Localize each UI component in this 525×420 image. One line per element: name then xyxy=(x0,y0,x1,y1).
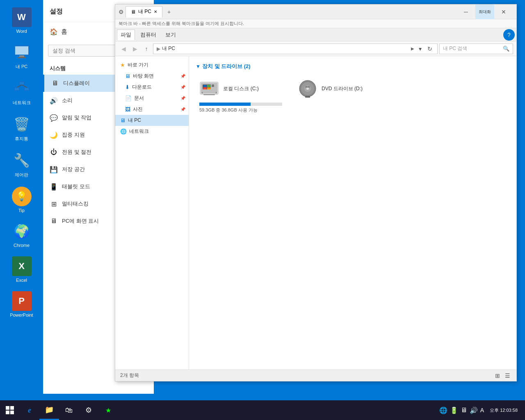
edge-icon: e xyxy=(28,406,31,415)
home-icon: 🏠 xyxy=(50,28,58,36)
forward-btn[interactable]: ▶ xyxy=(130,44,140,54)
taskbar-settings[interactable]: ⚙ xyxy=(79,400,98,420)
language-indicator[interactable]: A xyxy=(480,407,484,413)
tip-icon: 💡 xyxy=(12,187,32,206)
sidebar-item-photos[interactable]: 🖼 사진 📌 xyxy=(115,104,189,115)
notifications-icon: 💬 xyxy=(50,114,58,122)
list-view-btn[interactable]: ⊞ xyxy=(493,371,502,381)
drive-d-name: DVD 드라이브 (D:) xyxy=(322,85,363,92)
refresh-btn[interactable]: ↻ xyxy=(426,44,434,54)
menu-computer[interactable]: 컴퓨터 xyxy=(137,30,160,40)
storage-icon: 💾 xyxy=(50,165,58,173)
drive-c-bar-bg xyxy=(199,103,282,106)
svg-rect-14 xyxy=(202,92,203,94)
drive-c-name: 로컬 디스크 (C:) xyxy=(223,85,259,92)
sidebar-item-downloads[interactable]: ⬇ 다운로드 📌 xyxy=(115,82,189,93)
taskbar-explorer[interactable]: 📁 xyxy=(39,400,59,420)
desktop-icon-word[interactable]: W Word xyxy=(5,7,38,34)
explorer-statusbar: 2개 항목 ⊞ ☰ xyxy=(115,370,516,381)
network-sidebar-icon: 🌐 xyxy=(120,128,127,135)
svg-line-7 xyxy=(17,85,22,87)
desktop-icon-mypc[interactable]: 내 PC xyxy=(5,42,38,70)
minimize-btn[interactable]: ─ xyxy=(457,5,475,19)
up-btn[interactable]: ↑ xyxy=(142,44,151,54)
maximize-btn[interactable]: 최대화 xyxy=(475,5,494,19)
new-tab-btn[interactable]: + xyxy=(164,7,174,17)
desktop-icon-ppt[interactable]: P PowerPoint xyxy=(5,291,38,317)
svg-rect-6 xyxy=(24,87,29,91)
start-btn[interactable] xyxy=(0,400,20,420)
settings-taskbar-icon: ⚙ xyxy=(85,406,92,415)
explorer-body: ★ 바로 가기 🖥 바탕 화면 📌 ⬇ 다운로드 📌 📄 문서 📌 🖼 사진 xyxy=(115,56,516,370)
downloads-icon: ⬇ xyxy=(125,84,130,90)
help-btn[interactable]: ? xyxy=(503,29,515,41)
volume-icon[interactable]: 🔊 xyxy=(470,406,478,414)
explorer-icon: 📁 xyxy=(45,405,54,414)
network-icon xyxy=(12,78,32,98)
drives-section-header: ▼ 장치 및 드라이브 (2) xyxy=(196,63,510,70)
tab-close-btn[interactable]: ✕ xyxy=(154,9,157,14)
multitasking-icon: ⊞ xyxy=(50,200,58,208)
taskbar: e 📁 🛍 ⚙ ★ 🌐 🔋 🖥 🔊 A 오후 12:03:58 xyxy=(0,400,525,420)
sidebar-item-documents[interactable]: 📄 문서 📌 xyxy=(115,93,189,104)
power-icon: ⏻ xyxy=(50,148,58,156)
drive-c[interactable]: 로컬 디스크 (C:) 59.3GB 중 36.8GB 사용 가능 xyxy=(196,75,286,117)
taskbar-icons: e 📁 🛍 ⚙ ★ xyxy=(20,400,118,420)
back-btn[interactable]: ◀ xyxy=(119,44,128,54)
taskbar-network[interactable]: ★ xyxy=(98,400,118,420)
search-text: 내 PC 검색 xyxy=(443,45,501,52)
drive-d-icon: DVD xyxy=(298,79,317,98)
tablet-icon: 📱 xyxy=(50,183,58,191)
svg-text:DVD: DVD xyxy=(306,86,310,88)
explorer-main-content: ▼ 장치 및 드라이브 (2) xyxy=(189,56,516,370)
display-connect-icon[interactable]: 🖥 xyxy=(461,406,467,414)
desktop-icon-network[interactable]: 네트워크 xyxy=(5,78,38,106)
address-bar[interactable]: ▶ 내 PC ▶ ▾ ↻ xyxy=(153,43,438,54)
network-status-icon[interactable]: 🌐 xyxy=(439,406,447,414)
explorer-titlebar: ⚙ 🖥 내 PC ✕ + ─ 최대화 ✕ xyxy=(115,5,516,19)
chrome-icon: 🌍 xyxy=(12,221,32,241)
desktop-folder-icon: 🖥 xyxy=(125,73,130,79)
drive-c-space: 59.3GB 중 36.8GB 사용 가능 xyxy=(199,107,282,113)
mypc-icon xyxy=(12,42,32,62)
drive-c-info: 로컬 디스크 (C:) xyxy=(223,85,259,92)
explorer-tab[interactable]: 🖥 내 PC ✕ xyxy=(126,6,162,18)
desktop-icon-excel[interactable]: X Excel xyxy=(5,256,38,283)
svg-rect-5 xyxy=(14,87,19,91)
excel-icon: X xyxy=(12,256,32,276)
svg-rect-18 xyxy=(203,87,207,89)
drive-d[interactable]: DVD DVD 드라이브 (D:) xyxy=(294,75,384,117)
svg-rect-3 xyxy=(18,57,26,58)
controlpanel-icon: 🔧 xyxy=(12,151,32,170)
explorer-sidebar: ★ 바로 가기 🖥 바탕 화면 📌 ⬇ 다운로드 📌 📄 문서 📌 🖼 사진 xyxy=(115,56,189,370)
photos-icon: 🖼 xyxy=(125,106,130,112)
menu-file[interactable]: 파일 xyxy=(117,30,135,40)
taskbar-right: 🌐 🔋 🖥 🔊 A 오후 12:03:58 xyxy=(439,406,525,414)
svg-rect-2 xyxy=(19,55,24,57)
detail-view-btn[interactable]: ☰ xyxy=(503,371,511,381)
desktop-icon-chrome[interactable]: 🌍 Chrome xyxy=(5,221,38,248)
address-chevron: ▶ xyxy=(411,46,414,51)
taskbar-edge[interactable]: e xyxy=(20,400,39,420)
sidebar-item-network[interactable]: 🌐 네트워크 xyxy=(115,126,189,137)
desktop-icon-controlpanel[interactable]: 🔧 제어판 xyxy=(5,151,38,178)
battery-icon[interactable]: 🔋 xyxy=(450,406,458,414)
search-bar[interactable]: 내 PC 검색 🔍 xyxy=(439,43,513,54)
sidebar-item-mypc[interactable]: 🖥 내 PC xyxy=(115,115,189,126)
drive-d-info: DVD 드라이브 (D:) xyxy=(322,85,363,92)
search-icon: 🔍 xyxy=(503,46,509,52)
taskbar-clock[interactable]: 오후 12:03:58 xyxy=(486,407,521,413)
bookmark-bar: 북마크 바 - 빠른 액세스를 위해 북마크들을 여기에 표시합니다. xyxy=(115,19,516,28)
desktop-icon-recycle[interactable]: 🗑️ 휴지통 xyxy=(5,114,38,142)
powerpoint-icon: P xyxy=(12,291,32,311)
desktop-icon-tip[interactable]: 💡 Tip xyxy=(5,187,38,213)
svg-rect-26 xyxy=(305,96,310,98)
taskbar-store[interactable]: 🛍 xyxy=(59,400,79,420)
sidebar-quick-access[interactable]: ★ 바로 가기 xyxy=(115,59,189,71)
sidebar-item-desktop[interactable]: 🖥 바탕 화면 📌 xyxy=(115,71,189,82)
display-icon: 🖥 xyxy=(51,79,59,87)
address-dropdown-btn[interactable]: ▾ xyxy=(416,44,424,54)
drives-container: 로컬 디스크 (C:) 59.3GB 중 36.8GB 사용 가능 xyxy=(196,75,510,117)
menu-view[interactable]: 보기 xyxy=(162,30,180,40)
close-btn[interactable]: ✕ xyxy=(494,5,513,19)
